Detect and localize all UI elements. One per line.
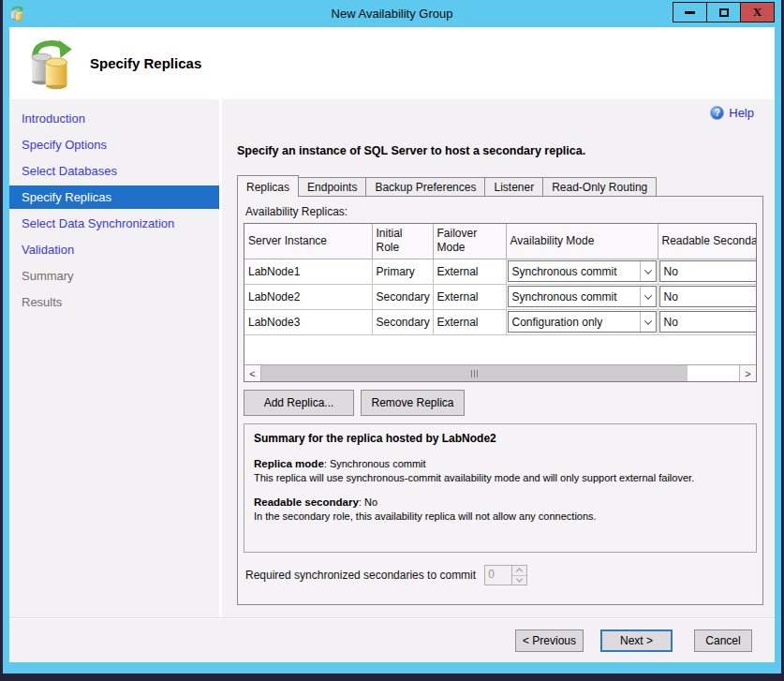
page-title: Specify Replicas [90, 55, 201, 71]
replica-mode-value: : Synchronous commit [324, 458, 426, 469]
chevron-down-icon [640, 312, 656, 332]
chevron-down-icon [640, 287, 656, 306]
table-row: LabNode2 Secondary External Synchronous … [244, 284, 756, 309]
table-row: LabNode1 Primary External Synchronous co… [244, 259, 756, 284]
previous-button[interactable]: < Previous [515, 629, 584, 652]
window-title: New Availability Group [3, 7, 781, 21]
wizard-window: New Availability Group X [3, 0, 781, 674]
close-button[interactable]: X [740, 2, 775, 22]
replicas-database-icon [24, 38, 77, 91]
tab-listener[interactable]: Listener [484, 177, 543, 196]
scrollbar-track[interactable] [688, 365, 739, 381]
remove-replica-button[interactable]: Remove Replica [361, 390, 465, 416]
column-failover-mode: Failover Mode [433, 224, 506, 259]
sidebar-item-select-databases[interactable]: Select Databases [9, 157, 219, 184]
tab-bar: Replicas Endpoints Backup Preferences Li… [237, 175, 765, 196]
wizard-main-panel: ? Help Specify an instance of SQL Server… [222, 99, 775, 617]
maximize-icon [719, 8, 729, 17]
minimize-button[interactable] [673, 2, 707, 22]
maximize-button[interactable] [706, 2, 741, 22]
spinner-value: 0 [485, 566, 511, 585]
wizard-header: Specify Replicas [9, 27, 775, 99]
summary-title: Summary for the replica hosted by LabNod… [254, 432, 747, 445]
cell-failover-mode: External [433, 284, 506, 309]
cell-failover-mode: External [433, 309, 506, 334]
availability-replicas-label: Availability Replicas: [245, 205, 757, 218]
scroll-left-arrow-icon[interactable]: < [244, 365, 261, 381]
cell-initial-role: Secondary [372, 309, 433, 334]
window-controls: X [673, 2, 775, 22]
app-icon [9, 6, 25, 22]
readable-secondary-value: : No [359, 496, 377, 508]
sidebar-item-specify-options[interactable]: Specify Options [9, 131, 219, 157]
sidebar-item-results: Results [9, 289, 219, 315]
sidebar-item-introduction[interactable]: Introduction [9, 105, 219, 131]
cell-failover-mode: External [433, 259, 506, 284]
chevron-down-icon [640, 261, 656, 281]
title-bar[interactable]: New Availability Group X [3, 0, 781, 27]
column-initial-role: Initial Role [372, 224, 433, 259]
availability-mode-dropdown[interactable]: Configuration only [508, 311, 657, 333]
cell-server-instance: LabNode2 [244, 284, 372, 309]
thumb-grip-icon [477, 370, 478, 378]
scrollbar-thumb[interactable] [261, 365, 688, 381]
grid-header-row: Server Instance Initial Role Failover Mo… [244, 224, 756, 259]
required-secondaries-spinner: 0 [484, 565, 527, 585]
availability-replicas-grid: Server Instance Initial Role Failover Mo… [244, 223, 757, 382]
replica-mode-label: Replica mode [254, 458, 324, 469]
column-readable-secondary: Readable Secondary [658, 224, 756, 259]
wizard-steps-sidebar: Introduction Specify Options Select Data… [9, 99, 222, 617]
horizontal-scrollbar[interactable]: < > [244, 364, 756, 381]
replicas-tab-panel: Availability Replicas: Server Instance I… [237, 196, 763, 605]
tab-endpoints[interactable]: Endpoints [298, 177, 366, 196]
next-button[interactable]: Next > [600, 629, 673, 652]
thumb-grip-icon [474, 370, 475, 378]
readable-secondary-label: Readable secondary [254, 496, 359, 508]
dialog-surface: Specify Replicas Introduction Specify Op… [9, 27, 775, 662]
wizard-footer: < Previous Next > Cancel [9, 617, 775, 662]
sidebar-item-validation[interactable]: Validation [9, 236, 219, 262]
scroll-right-arrow-icon[interactable]: > [739, 365, 756, 381]
cell-initial-role: Primary [372, 259, 433, 284]
cell-server-instance: LabNode3 [244, 309, 372, 334]
readable-secondary-dropdown[interactable]: No [659, 311, 757, 333]
cancel-button[interactable]: Cancel [694, 629, 752, 652]
tab-backup-preferences[interactable]: Backup Preferences [365, 177, 485, 196]
sidebar-item-select-data-synchronization[interactable]: Select Data Synchronization [9, 210, 219, 236]
column-server-instance: Server Instance [244, 224, 372, 259]
help-link[interactable]: Help [729, 106, 754, 120]
replica-summary-box: Summary for the replica hosted by LabNod… [244, 423, 757, 553]
replica-mode-description: This replica will use synchronous-commit… [254, 471, 747, 484]
readable-secondary-dropdown[interactable]: No [659, 286, 757, 307]
tab-replicas[interactable]: Replicas [237, 175, 299, 197]
tab-read-only-routing[interactable]: Read-Only Routing [542, 177, 657, 196]
availability-mode-dropdown[interactable]: Synchronous commit [508, 286, 657, 307]
readable-secondary-dropdown[interactable]: No [659, 260, 757, 282]
close-icon: X [753, 5, 762, 20]
help-icon: ? [710, 106, 724, 120]
table-row: LabNode3 Secondary External Configuratio… [244, 309, 756, 334]
thumb-grip-icon [471, 370, 472, 378]
cell-server-instance: LabNode1 [244, 259, 372, 284]
cell-initial-role: Secondary [372, 284, 433, 309]
spinner-up-icon [512, 566, 526, 576]
instruction-text: Specify an instance of SQL Server to hos… [237, 144, 765, 157]
required-secondaries-label: Required synchronized secondaries to com… [245, 569, 476, 582]
minimize-icon [685, 11, 695, 14]
sidebar-item-specify-replicas[interactable]: Specify Replicas [9, 185, 219, 209]
readable-secondary-description: In the secondary role, this availability… [254, 510, 747, 523]
availability-mode-dropdown[interactable]: Synchronous commit [508, 260, 657, 282]
sidebar-item-summary: Summary [9, 262, 219, 289]
add-replica-button[interactable]: Add Replica... [244, 390, 354, 416]
spinner-down-icon [512, 576, 526, 585]
column-availability-mode: Availability Mode [506, 224, 658, 259]
